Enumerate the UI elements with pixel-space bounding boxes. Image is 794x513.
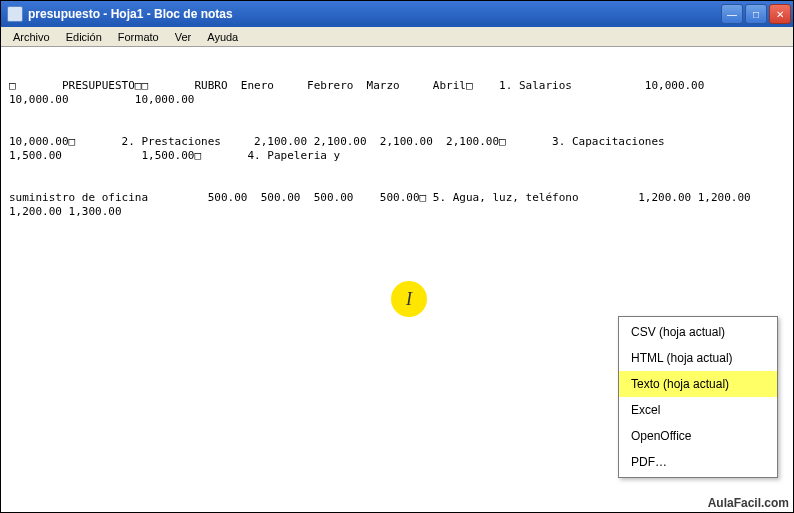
close-button[interactable]: ✕ [769, 4, 791, 24]
ctx-excel[interactable]: Excel [619, 397, 777, 423]
window-title: presupuesto - Hoja1 - Bloc de notas [28, 7, 721, 21]
menu-ver[interactable]: Ver [167, 29, 200, 45]
text-line-1: □ PRESUPUESTO□□ RUBRO Enero Febrero Marz… [9, 79, 785, 107]
ctx-pdf[interactable]: PDF… [619, 449, 777, 475]
ctx-html[interactable]: HTML (hoja actual) [619, 345, 777, 371]
menu-archivo[interactable]: Archivo [5, 29, 58, 45]
notepad-icon [7, 6, 23, 22]
menu-edicion[interactable]: Edición [58, 29, 110, 45]
menubar: Archivo Edición Formato Ver Ayuda [1, 27, 793, 47]
titlebar: presupuesto - Hoja1 - Bloc de notas — □ … [1, 1, 793, 27]
menu-ayuda[interactable]: Ayuda [199, 29, 246, 45]
ctx-csv[interactable]: CSV (hoja actual) [619, 319, 777, 345]
text-cursor-icon: I [406, 289, 412, 310]
ctx-texto[interactable]: Texto (hoja actual) [619, 371, 777, 397]
window-controls: — □ ✕ [721, 4, 791, 24]
text-line-2: 10,000.00□ 2. Prestaciones 2,100.00 2,10… [9, 135, 785, 163]
ctx-openoffice[interactable]: OpenOffice [619, 423, 777, 449]
text-line-3: suministro de oficina 500.00 500.00 500.… [9, 191, 785, 219]
watermark-text: AulaFacil.com [708, 496, 789, 510]
cursor-highlight-circle: I [391, 281, 427, 317]
minimize-button[interactable]: — [721, 4, 743, 24]
export-context-menu: CSV (hoja actual) HTML (hoja actual) Tex… [618, 316, 778, 478]
menu-formato[interactable]: Formato [110, 29, 167, 45]
maximize-button[interactable]: □ [745, 4, 767, 24]
